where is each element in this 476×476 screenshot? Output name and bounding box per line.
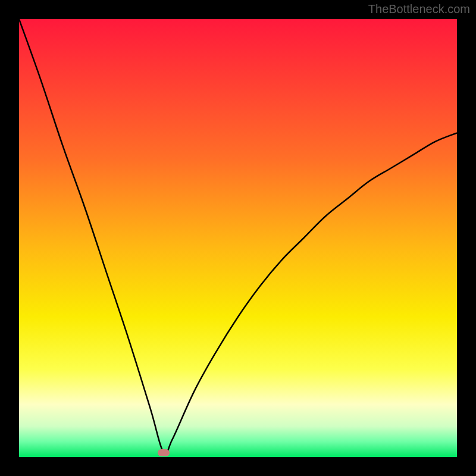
plot-area [19,19,457,457]
attribution-text: TheBottleneck.com [368,2,470,16]
minimum-marker [158,449,170,456]
bottleneck-curve [19,19,457,457]
